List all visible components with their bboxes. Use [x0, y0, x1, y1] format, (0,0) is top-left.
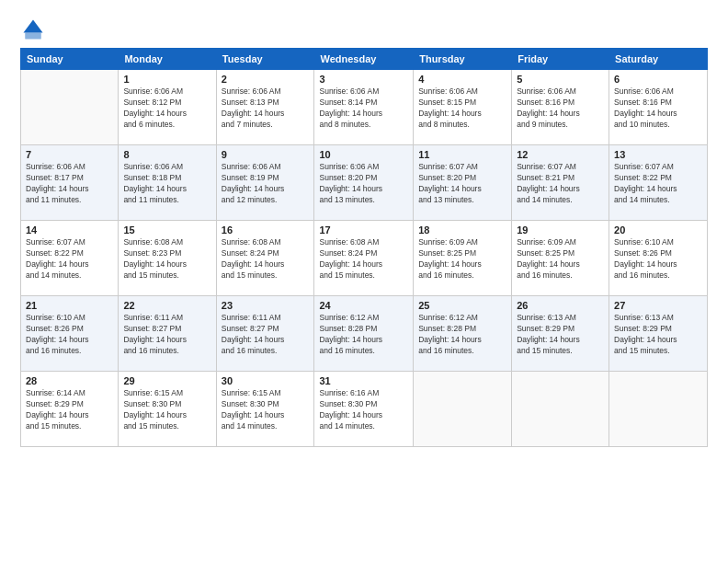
- day-number: 20: [614, 224, 702, 236]
- calendar-cell: 26Sunrise: 6:13 AM Sunset: 8:29 PM Dayli…: [512, 296, 609, 372]
- day-number: 27: [614, 300, 702, 311]
- header: [20, 17, 708, 42]
- calendar-cell: 4Sunrise: 6:06 AM Sunset: 8:15 PM Daylig…: [414, 70, 512, 145]
- calendar-cell: 30Sunrise: 6:15 AM Sunset: 8:30 PM Dayli…: [216, 372, 314, 447]
- day-number: 5: [517, 74, 604, 85]
- svg-marker-0: [24, 20, 43, 33]
- day-info: Sunrise: 6:06 AM Sunset: 8:15 PM Dayligh…: [418, 86, 506, 131]
- day-number: 26: [517, 300, 604, 311]
- calendar-week-row: 28Sunrise: 6:14 AM Sunset: 8:29 PM Dayli…: [21, 372, 708, 447]
- day-info: Sunrise: 6:07 AM Sunset: 8:21 PM Dayligh…: [517, 162, 604, 206]
- calendar-weekday-friday: Friday: [512, 49, 609, 70]
- day-info: Sunrise: 6:10 AM Sunset: 8:26 PM Dayligh…: [614, 237, 702, 282]
- calendar-cell: 2Sunrise: 6:06 AM Sunset: 8:13 PM Daylig…: [216, 70, 314, 145]
- day-number: 21: [26, 300, 113, 311]
- calendar-cell: 3Sunrise: 6:06 AM Sunset: 8:14 PM Daylig…: [314, 70, 414, 145]
- day-info: Sunrise: 6:07 AM Sunset: 8:22 PM Dayligh…: [614, 162, 702, 206]
- day-number: 18: [418, 224, 506, 236]
- day-info: Sunrise: 6:10 AM Sunset: 8:26 PM Dayligh…: [26, 313, 113, 357]
- day-number: 23: [222, 300, 310, 311]
- day-number: 15: [123, 224, 210, 236]
- calendar-week-row: 21Sunrise: 6:10 AM Sunset: 8:26 PM Dayli…: [21, 296, 708, 372]
- calendar-cell: 28Sunrise: 6:14 AM Sunset: 8:29 PM Dayli…: [21, 372, 119, 447]
- day-info: Sunrise: 6:06 AM Sunset: 8:12 PM Dayligh…: [123, 86, 210, 131]
- day-number: 2: [222, 74, 310, 85]
- calendar-weekday-wednesday: Wednesday: [314, 49, 414, 70]
- day-info: Sunrise: 6:06 AM Sunset: 8:13 PM Dayligh…: [222, 86, 310, 131]
- day-info: Sunrise: 6:06 AM Sunset: 8:19 PM Dayligh…: [222, 162, 310, 206]
- day-number: 11: [418, 149, 506, 160]
- day-info: Sunrise: 6:09 AM Sunset: 8:25 PM Dayligh…: [418, 237, 506, 282]
- calendar-cell: 11Sunrise: 6:07 AM Sunset: 8:20 PM Dayli…: [414, 145, 512, 221]
- calendar-cell: [414, 372, 512, 447]
- calendar-cell: 19Sunrise: 6:09 AM Sunset: 8:25 PM Dayli…: [512, 221, 609, 296]
- calendar-cell: [609, 372, 708, 447]
- day-number: 9: [222, 149, 310, 160]
- day-number: 14: [26, 224, 113, 236]
- day-info: Sunrise: 6:13 AM Sunset: 8:29 PM Dayligh…: [614, 313, 702, 357]
- day-info: Sunrise: 6:13 AM Sunset: 8:29 PM Dayligh…: [517, 313, 604, 357]
- calendar-cell: 31Sunrise: 6:16 AM Sunset: 8:30 PM Dayli…: [314, 372, 414, 447]
- calendar-cell: 22Sunrise: 6:11 AM Sunset: 8:27 PM Dayli…: [119, 296, 216, 372]
- calendar-cell: 6Sunrise: 6:06 AM Sunset: 8:16 PM Daylig…: [609, 70, 708, 145]
- calendar-cell: 7Sunrise: 6:06 AM Sunset: 8:17 PM Daylig…: [21, 145, 119, 221]
- day-info: Sunrise: 6:06 AM Sunset: 8:17 PM Dayligh…: [26, 162, 113, 206]
- calendar-cell: [512, 372, 609, 447]
- day-number: 22: [123, 300, 210, 311]
- day-number: 4: [418, 74, 506, 85]
- calendar-cell: 9Sunrise: 6:06 AM Sunset: 8:19 PM Daylig…: [216, 145, 314, 221]
- calendar-weekday-sunday: Sunday: [21, 49, 119, 70]
- calendar-cell: 14Sunrise: 6:07 AM Sunset: 8:22 PM Dayli…: [21, 221, 119, 296]
- calendar-cell: 21Sunrise: 6:10 AM Sunset: 8:26 PM Dayli…: [21, 296, 119, 372]
- day-info: Sunrise: 6:11 AM Sunset: 8:27 PM Dayligh…: [222, 313, 310, 357]
- calendar-table: SundayMondayTuesdayWednesdayThursdayFrid…: [20, 48, 708, 447]
- day-info: Sunrise: 6:07 AM Sunset: 8:22 PM Dayligh…: [26, 237, 113, 282]
- calendar-cell: 10Sunrise: 6:06 AM Sunset: 8:20 PM Dayli…: [314, 145, 414, 221]
- calendar-cell: 12Sunrise: 6:07 AM Sunset: 8:21 PM Dayli…: [512, 145, 609, 221]
- calendar-weekday-thursday: Thursday: [414, 49, 512, 70]
- calendar-cell: 20Sunrise: 6:10 AM Sunset: 8:26 PM Dayli…: [609, 221, 708, 296]
- day-info: Sunrise: 6:12 AM Sunset: 8:28 PM Dayligh…: [418, 313, 506, 357]
- day-info: Sunrise: 6:07 AM Sunset: 8:20 PM Dayligh…: [418, 162, 506, 206]
- calendar-cell: 29Sunrise: 6:15 AM Sunset: 8:30 PM Dayli…: [119, 372, 216, 447]
- day-number: 24: [319, 300, 408, 311]
- day-number: 28: [26, 375, 113, 386]
- day-number: 13: [614, 149, 702, 160]
- day-info: Sunrise: 6:06 AM Sunset: 8:16 PM Dayligh…: [517, 86, 604, 131]
- calendar-cell: 16Sunrise: 6:08 AM Sunset: 8:24 PM Dayli…: [216, 221, 314, 296]
- calendar-weekday-saturday: Saturday: [609, 49, 708, 70]
- day-info: Sunrise: 6:11 AM Sunset: 8:27 PM Dayligh…: [123, 313, 210, 357]
- day-info: Sunrise: 6:06 AM Sunset: 8:16 PM Dayligh…: [614, 86, 702, 131]
- calendar-week-row: 14Sunrise: 6:07 AM Sunset: 8:22 PM Dayli…: [21, 221, 708, 296]
- calendar-cell: 13Sunrise: 6:07 AM Sunset: 8:22 PM Dayli…: [609, 145, 708, 221]
- calendar-week-row: 7Sunrise: 6:06 AM Sunset: 8:17 PM Daylig…: [21, 145, 708, 221]
- day-number: 8: [123, 149, 210, 160]
- page: SundayMondayTuesdayWednesdayThursdayFrid…: [0, 0, 728, 563]
- calendar-cell: 27Sunrise: 6:13 AM Sunset: 8:29 PM Dayli…: [609, 296, 708, 372]
- calendar-weekday-tuesday: Tuesday: [216, 49, 314, 70]
- calendar-week-row: 1Sunrise: 6:06 AM Sunset: 8:12 PM Daylig…: [21, 70, 708, 145]
- logo-icon: [20, 17, 46, 42]
- calendar-cell: 1Sunrise: 6:06 AM Sunset: 8:12 PM Daylig…: [119, 70, 216, 145]
- day-number: 17: [319, 224, 408, 236]
- logo: [20, 17, 50, 42]
- calendar-header-row: SundayMondayTuesdayWednesdayThursdayFrid…: [21, 49, 708, 70]
- calendar-cell: 24Sunrise: 6:12 AM Sunset: 8:28 PM Dayli…: [314, 296, 414, 372]
- day-info: Sunrise: 6:08 AM Sunset: 8:24 PM Dayligh…: [319, 237, 408, 282]
- calendar-cell: 15Sunrise: 6:08 AM Sunset: 8:23 PM Dayli…: [119, 221, 216, 296]
- day-info: Sunrise: 6:14 AM Sunset: 8:29 PM Dayligh…: [26, 388, 113, 432]
- calendar-cell: 18Sunrise: 6:09 AM Sunset: 8:25 PM Dayli…: [414, 221, 512, 296]
- day-number: 12: [517, 149, 604, 160]
- day-info: Sunrise: 6:08 AM Sunset: 8:24 PM Dayligh…: [222, 237, 310, 282]
- day-number: 19: [517, 224, 604, 236]
- day-number: 29: [123, 375, 210, 386]
- day-number: 30: [222, 375, 310, 386]
- calendar-weekday-monday: Monday: [119, 49, 216, 70]
- day-number: 1: [123, 74, 210, 85]
- day-info: Sunrise: 6:15 AM Sunset: 8:30 PM Dayligh…: [222, 388, 310, 432]
- calendar-cell: 5Sunrise: 6:06 AM Sunset: 8:16 PM Daylig…: [512, 70, 609, 145]
- day-info: Sunrise: 6:08 AM Sunset: 8:23 PM Dayligh…: [123, 237, 210, 282]
- day-number: 16: [222, 224, 310, 236]
- day-info: Sunrise: 6:09 AM Sunset: 8:25 PM Dayligh…: [517, 237, 604, 282]
- day-number: 10: [319, 149, 408, 160]
